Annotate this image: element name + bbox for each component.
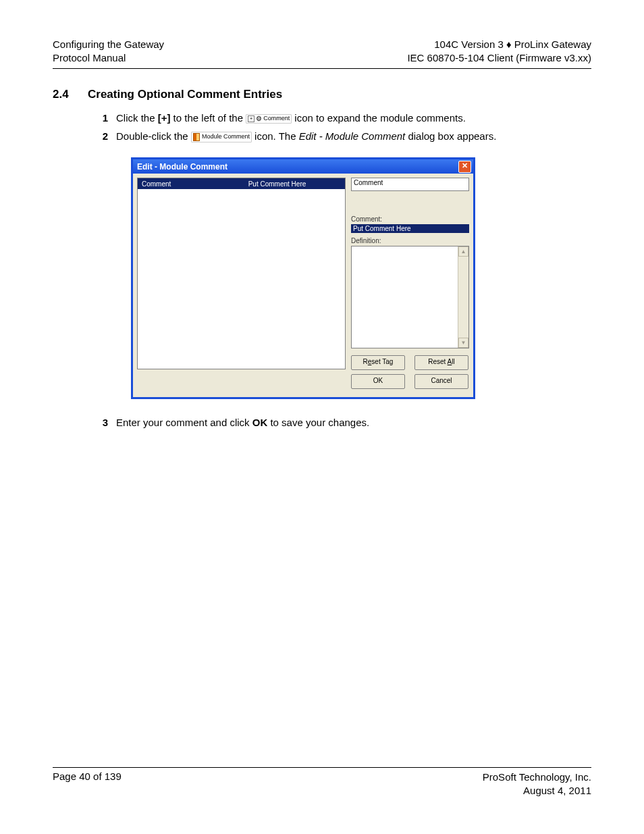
tree-node-icon: ⚙ [256,115,262,122]
button-row-1: Reset Tag Reset All [351,355,469,370]
section-title: Creating Optional Comment Entries [88,88,282,101]
step-1: 1 Click the [+] to the left of the +⚙Com… [88,111,591,126]
icon-label: Module Comment [202,134,250,140]
header-right-line2: IEC 60870-5-104 Client (Firmware v3.xx) [407,51,591,65]
step-list-cont: 3 Enter your comment and click OK to sav… [88,415,591,430]
text: Enter your comment and click [116,417,252,428]
text-bold: [+] [158,112,171,124]
tag-name-field[interactable]: Comment [351,178,469,191]
header-left-line2: Protocol Manual [53,51,164,65]
step-body: Enter your comment and click OK to save … [116,415,591,430]
scrollbar[interactable]: ▲ ▼ [458,246,468,348]
close-button[interactable]: ✕ [458,161,471,173]
step-2: 2 Double-click the Module Comment icon. … [88,129,591,144]
cancel-button[interactable]: Cancel [414,374,468,389]
dialog-title: Edit - Module Comment [137,162,227,172]
scroll-down-icon[interactable]: ▼ [458,338,468,348]
step-number: 1 [88,111,116,126]
grid-col-value: Put Comment Here [230,180,345,188]
text: Reset [428,358,447,365]
definition-label: Definition: [351,237,469,244]
step-3: 3 Enter your comment and click OK to sav… [88,415,591,430]
reset-all-button[interactable]: Reset All [414,355,468,370]
button-row-2: OK Cancel [351,374,469,389]
comment-grid[interactable]: Comment Put Comment Here [137,178,346,369]
section-heading: 2.4Creating Optional Comment Entries [53,88,591,101]
text: icon to expand the module comments. [292,112,466,124]
footer-company: ProSoft Technology, Inc. [483,771,591,784]
text: to the left of the [170,112,246,124]
text: Click the [116,112,158,124]
definition-textarea[interactable]: ▲ ▼ [351,246,469,348]
dialog-screenshot: Edit - Module Comment ✕ Comment Put Comm… [131,157,475,399]
text: icon. The [252,130,299,142]
text: set Tag [371,358,393,365]
footer-left: Page 40 of 139 [53,771,122,798]
header-left-line1: Configuring the Gateway [53,38,164,51]
text: Double-click the [116,130,191,142]
text-italic: Edit - Module Comment [299,130,406,142]
comment-tree-icon: +⚙Comment [246,114,292,124]
edit-module-comment-dialog: Edit - Module Comment ✕ Comment Put Comm… [131,157,475,399]
comment-value-field[interactable]: Put Comment Here [351,224,469,233]
dialog-body: Comment Put Comment Here Comment Comment… [133,174,473,397]
text-bold: OK [252,417,268,428]
ok-button[interactable]: OK [351,374,405,389]
grid-header: Comment Put Comment Here [138,178,345,189]
step-body: Click the [+] to the left of the +⚙Comme… [116,111,591,126]
section-number: 2.4 [53,88,88,101]
header-right: 104C Version 3 ♦ ProLinx Gateway IEC 608… [407,38,591,66]
comment-label: Comment: [351,215,469,223]
scroll-up-icon[interactable]: ▲ [458,246,468,257]
step-number: 2 [88,129,116,144]
step-number: 3 [88,415,116,430]
plus-icon: + [248,115,254,122]
text: to save your changes. [267,417,369,428]
header-left: Configuring the Gateway Protocol Manual [53,38,164,66]
footer-right: ProSoft Technology, Inc. August 4, 2011 [483,771,591,798]
footer-date: August 4, 2011 [483,784,591,798]
icon-label: Comment [263,115,290,122]
module-comment-tree-icon: Module Comment [191,132,252,142]
grid-col-comment: Comment [138,180,230,188]
book-icon [193,133,200,141]
text: ll [452,358,454,365]
document-page: Configuring the Gateway Protocol Manual … [0,0,644,834]
right-panel: Comment Comment: Put Comment Here Defini… [351,178,469,393]
page-footer: Page 40 of 139 ProSoft Technology, Inc. … [53,767,591,798]
text: dialog box appears. [405,130,496,142]
header-right-line1: 104C Version 3 ♦ ProLinx Gateway [407,38,591,51]
dialog-titlebar[interactable]: Edit - Module Comment ✕ [133,159,473,174]
text: R [363,358,368,365]
step-list: 1 Click the [+] to the left of the +⚙Com… [88,111,591,145]
page-header: Configuring the Gateway Protocol Manual … [53,38,591,69]
reset-tag-button[interactable]: Reset Tag [351,355,405,370]
step-body: Double-click the Module Comment icon. Th… [116,129,591,144]
